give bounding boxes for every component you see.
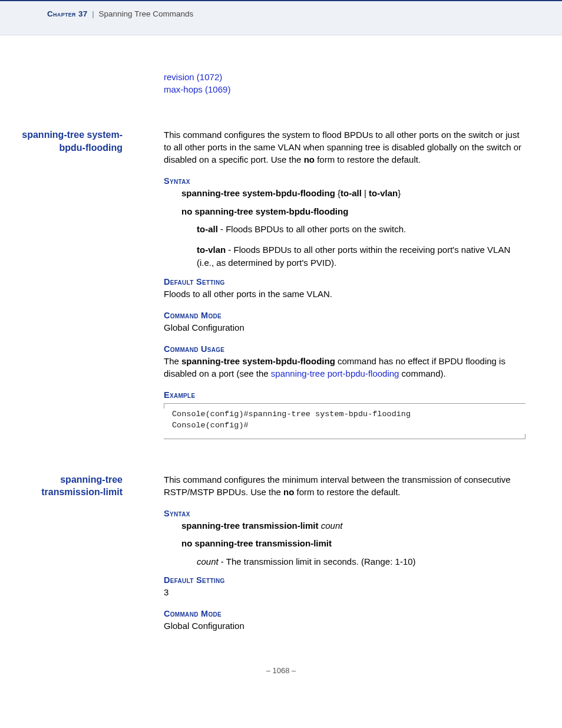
running-header: Chapter 37 | Spanning Tree Commands — [47, 9, 562, 18]
link-revision[interactable]: revision (1072) — [164, 72, 222, 82]
default-text: Floods to all other ports in the same VL… — [164, 288, 525, 300]
example-code: Console(config)#spanning-tree system-bpd… — [164, 403, 525, 439]
syntax-heading: Syntax — [164, 509, 525, 518]
page-header-band: Chapter 37 | Spanning Tree Commands — [0, 0, 562, 35]
option-to-all: to-all - Floods BPDUs to all other ports… — [197, 223, 525, 236]
option-to-vlan: to-vlan - Floods BPDUs to all other port… — [197, 243, 525, 270]
page-content: revision (1072) max-hops (1069) spanning… — [164, 71, 525, 632]
syntax-line: spanning-tree system-bpdu-flooding {to-a… — [181, 187, 525, 200]
command-description: This command configures the minimum inte… — [164, 473, 525, 498]
link-port-bpdu-flooding[interactable]: spanning-tree port-bpdu-flooding — [271, 368, 399, 378]
header-topic: Spanning Tree Commands — [99, 9, 194, 18]
usage-text: The spanning-tree system-bpdu-flooding c… — [164, 355, 525, 380]
default-text: 3 — [164, 586, 525, 598]
syntax-line-no: no spanning-tree system-bpdu-flooding — [181, 205, 525, 219]
mode-text: Global Configuration — [164, 321, 525, 334]
chapter-label: Chapter 37 — [47, 9, 88, 18]
command-title: spanning-tree transmission-limit — [5, 473, 123, 499]
usage-heading: Command Usage — [164, 344, 525, 354]
mode-heading: Command Mode — [164, 311, 525, 320]
page-footer: – 1068 – — [0, 666, 562, 675]
mode-heading: Command Mode — [164, 609, 525, 618]
syntax-line: spanning-tree transmission-limit count — [181, 519, 525, 533]
syntax-line-no: no spanning-tree transmission-limit — [181, 537, 525, 551]
page-number: – 1068 – — [266, 666, 296, 675]
related-links: revision (1072) max-hops (1069) — [164, 71, 525, 95]
default-heading: Default Setting — [164, 575, 525, 585]
command-description: This command configures the system to fl… — [164, 129, 525, 166]
syntax-heading: Syntax — [164, 176, 525, 186]
option-count: count - The transmission limit in second… — [197, 555, 525, 569]
link-max-hops[interactable]: max-hops (1069) — [164, 84, 230, 94]
command-title: spanning-tree system-bpdu-flooding — [5, 129, 123, 154]
default-heading: Default Setting — [164, 277, 525, 286]
command-section-system-bpdu-flooding: spanning-tree system-bpdu-flooding This … — [164, 129, 525, 439]
header-separator: | — [92, 9, 94, 18]
mode-text: Global Configuration — [164, 620, 525, 632]
example-heading: Example — [164, 390, 525, 400]
command-section-transmission-limit: spanning-tree transmission-limit This co… — [164, 473, 525, 633]
